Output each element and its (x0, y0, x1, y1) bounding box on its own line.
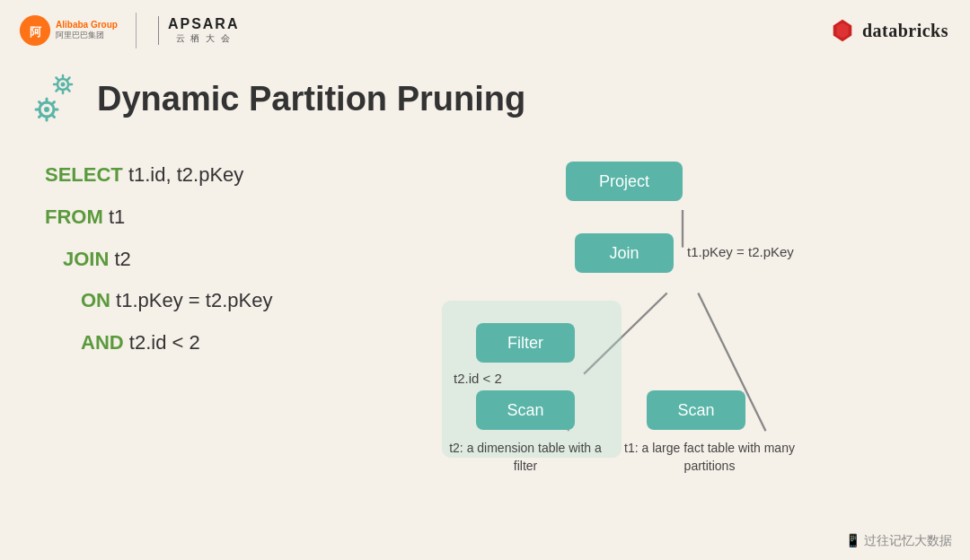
alibaba-icon: 阿 (18, 13, 52, 48)
svg-line-22 (67, 78, 69, 80)
join-node: Join (575, 233, 674, 273)
sql-text-1: t1.id, t2.pKey (123, 163, 244, 186)
alibaba-chinese: 阿里巴巴集团 (56, 30, 104, 41)
sql-line-3: JOIN t2 (45, 246, 422, 274)
sql-line-1: SELECT t1.id, t2.pKey (45, 162, 422, 189)
join-condition-label: t1.pKey = t2.pKey (687, 244, 794, 259)
watermark-text: 过往记忆大数据 (864, 533, 952, 547)
gear-icon (27, 72, 81, 126)
svg-line-11 (52, 115, 55, 118)
sql-line-5: AND t2.id < 2 (45, 329, 422, 357)
sql-section: SELECT t1.id, t2.pKey FROM t1 JOIN t2 ON… (45, 144, 422, 560)
sql-text-4: t1.pKey = t2.pKey (110, 289, 272, 311)
sql-keyword-join: JOIN (63, 248, 109, 270)
svg-line-23 (57, 89, 58, 91)
sql-line-4: ON t1.pKey = t2.pKey (45, 287, 422, 315)
page-title: Dynamic Partition Pruning (97, 80, 525, 118)
sql-keyword-on: ON (81, 289, 110, 311)
svg-line-10 (40, 102, 42, 105)
title-section: Dynamic Partition Pruning (0, 57, 970, 135)
databricks-logo: databricks (830, 18, 948, 43)
sql-line-2: FROM t1 (45, 204, 422, 232)
logo-divider (136, 13, 137, 48)
svg-line-21 (67, 89, 69, 91)
t2-description-label: t2: a dimension table with a filter (440, 440, 611, 475)
main-content: SELECT t1.id, t2.pKey FROM t1 JOIN t2 ON… (0, 135, 970, 560)
svg-line-12 (52, 102, 55, 105)
scan2-node: Scan (647, 390, 745, 430)
sql-text-5: t2.id < 2 (124, 331, 200, 354)
apsara-logo: APSARA 云 栖 大 会 (158, 16, 240, 45)
watermark: 📱 过往记忆大数据 (845, 533, 952, 549)
apsara-title-text: APSARA (168, 16, 240, 32)
svg-text:阿: 阿 (30, 25, 42, 39)
header: 阿 Alibaba Group 阿里巴巴集团 APSARA 云 栖 大 会 da… (0, 0, 970, 57)
scan1-node: Scan (476, 390, 575, 430)
sql-text-3: t2 (109, 248, 130, 270)
alibaba-logo: 阿 Alibaba Group 阿里巴巴集团 (18, 13, 118, 48)
t1-description-label: t1: a large fact table with many partiti… (620, 440, 799, 475)
databricks-icon (830, 18, 855, 43)
sql-text-2: t1 (103, 206, 125, 228)
project-node: Project (566, 162, 683, 201)
gear-icons (27, 72, 81, 126)
svg-line-13 (40, 115, 42, 118)
svg-point-5 (44, 107, 49, 112)
sql-keyword-and: AND (81, 331, 124, 354)
sql-keyword-select: SELECT (45, 163, 123, 186)
alibaba-group-text: Alibaba Group (56, 20, 118, 30)
filter-condition-label: t2.id < 2 (454, 371, 502, 386)
apsara-subtitle-text: 云 栖 大 会 (176, 32, 232, 45)
databricks-text: databricks (862, 21, 948, 41)
sql-keyword-from: FROM (45, 206, 103, 228)
diagram-section: Project Join t1.pKey = t2.pKey Filter t2… (422, 144, 943, 560)
svg-point-15 (61, 83, 66, 87)
filter-node: Filter (476, 323, 575, 363)
wechat-icon: 📱 (845, 533, 864, 547)
svg-line-20 (57, 78, 58, 80)
header-left: 阿 Alibaba Group 阿里巴巴集团 APSARA 云 栖 大 会 (18, 13, 239, 48)
